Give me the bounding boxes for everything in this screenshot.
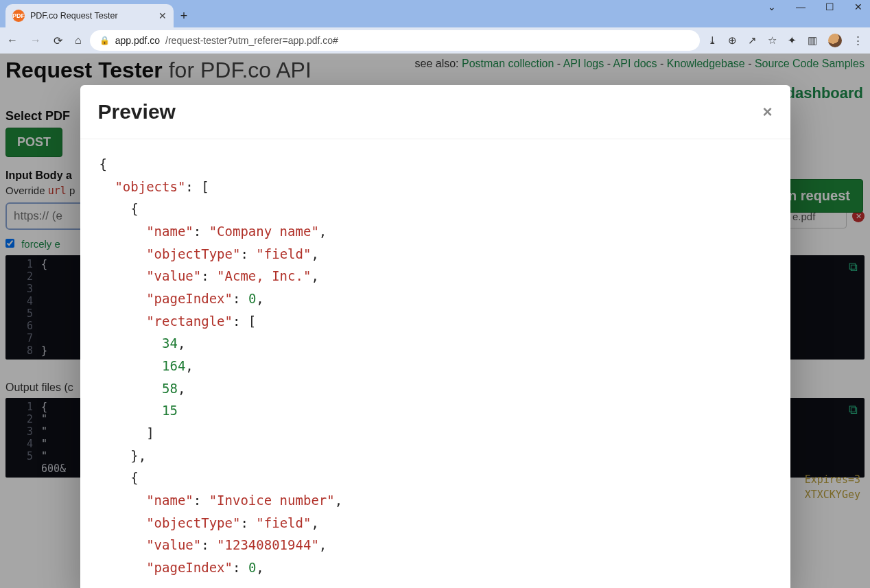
download-icon[interactable]: ⤓ (708, 34, 717, 47)
lock-icon: 🔒 (99, 36, 110, 45)
window-controls: ⌄ — ☐ ✕ (764, 1, 866, 12)
extensions-icon[interactable]: ✦ (788, 34, 797, 47)
home-icon[interactable]: ⌂ (75, 34, 82, 47)
page-content: Request Tester for PDF.co API see also: … (0, 54, 870, 588)
modal-json-body[interactable]: { "objects": [ { "name": "Company name",… (80, 139, 790, 588)
modal-overlay[interactable]: Preview × { "objects": [ { "name": "Comp… (0, 54, 870, 588)
side-panel-icon[interactable]: ▥ (808, 34, 817, 47)
tab-favicon: PDF (12, 10, 25, 22)
browser-chrome: ⌄ — ☐ ✕ PDF PDF.co Request Tester ✕ + ← … (0, 0, 870, 54)
forward-icon[interactable]: → (30, 34, 41, 47)
new-tab-button[interactable]: + (174, 4, 194, 27)
modal-title: Preview (98, 100, 176, 124)
tab-title: PDF.co Request Tester (30, 11, 153, 21)
zoom-icon[interactable]: ⊕ (728, 34, 737, 47)
preview-modal: Preview × { "objects": [ { "name": "Comp… (80, 85, 790, 588)
back-icon[interactable]: ← (7, 34, 18, 47)
tab-strip: PDF PDF.co Request Tester ✕ + (0, 0, 870, 27)
window-minimize-icon[interactable]: — (793, 1, 808, 12)
window-close-icon[interactable]: ✕ (851, 1, 866, 12)
modal-close-icon[interactable]: × (762, 102, 772, 121)
bookmark-star-icon[interactable]: ☆ (768, 34, 777, 47)
browser-tab[interactable]: PDF PDF.co Request Tester ✕ (5, 4, 174, 27)
url-path: /request-tester?utm_referer=app.pdf.co# (165, 35, 338, 46)
profile-avatar[interactable] (828, 34, 842, 47)
tab-close-icon[interactable]: ✕ (158, 10, 167, 21)
kebab-menu-icon[interactable]: ⋮ (853, 34, 863, 47)
address-bar: ← → ⟳ ⌂ 🔒 app.pdf.co/request-tester?utm_… (0, 27, 870, 54)
url-host: app.pdf.co (115, 35, 160, 46)
share-icon[interactable]: ↗ (748, 34, 757, 47)
window-dropdown-icon[interactable]: ⌄ (764, 1, 779, 12)
url-field[interactable]: 🔒 app.pdf.co/request-tester?utm_referer=… (90, 30, 700, 51)
reload-icon[interactable]: ⟳ (54, 34, 62, 47)
window-maximize-icon[interactable]: ☐ (822, 1, 837, 12)
